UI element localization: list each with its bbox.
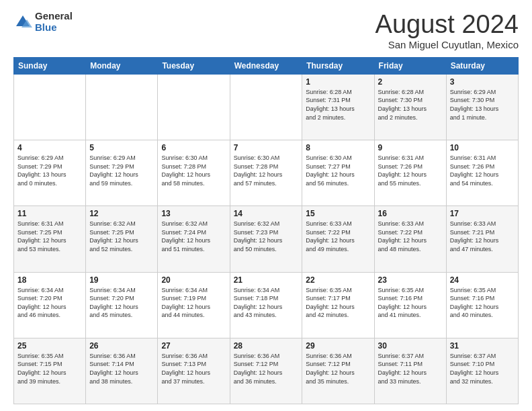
day-number: 20 <box>161 275 226 285</box>
day-cell: 15Sunrise: 6:33 AM Sunset: 7:22 PM Dayli… <box>302 206 374 272</box>
day-info: Sunrise: 6:29 AM Sunset: 7:30 PM Dayligh… <box>450 88 515 122</box>
day-info: Sunrise: 6:29 AM Sunset: 7:29 PM Dayligh… <box>17 154 82 187</box>
day-info: Sunrise: 6:33 AM Sunset: 7:22 PM Dayligh… <box>306 220 370 253</box>
day-info: Sunrise: 6:32 AM Sunset: 7:25 PM Dayligh… <box>89 220 154 253</box>
weekday-header-row: SundayMondayTuesdayWednesdayThursdayFrid… <box>14 57 519 74</box>
day-info: Sunrise: 6:36 AM Sunset: 7:12 PM Dayligh… <box>306 352 370 385</box>
day-number: 30 <box>378 341 443 351</box>
weekday-header-sunday: Sunday <box>14 57 86 74</box>
day-cell: 9Sunrise: 6:31 AM Sunset: 7:26 PM Daylig… <box>374 140 446 206</box>
day-info: Sunrise: 6:35 AM Sunset: 7:15 PM Dayligh… <box>17 352 82 385</box>
day-cell: 27Sunrise: 6:36 AM Sunset: 7:13 PM Dayli… <box>158 338 230 404</box>
day-cell: 26Sunrise: 6:36 AM Sunset: 7:14 PM Dayli… <box>86 338 158 404</box>
day-cell: 21Sunrise: 6:34 AM Sunset: 7:18 PM Dayli… <box>230 272 302 338</box>
day-number: 7 <box>234 143 299 152</box>
day-cell <box>230 74 302 140</box>
day-cell: 3Sunrise: 6:29 AM Sunset: 7:30 PM Daylig… <box>446 74 518 140</box>
day-cell: 5Sunrise: 6:29 AM Sunset: 7:29 PM Daylig… <box>86 140 158 206</box>
day-number: 24 <box>450 275 515 285</box>
day-info: Sunrise: 6:28 AM Sunset: 7:31 PM Dayligh… <box>306 88 370 122</box>
day-number: 15 <box>306 209 370 218</box>
weekday-header-tuesday: Tuesday <box>158 57 230 74</box>
day-number: 3 <box>450 77 515 87</box>
day-info: Sunrise: 6:33 AM Sunset: 7:21 PM Dayligh… <box>450 220 515 253</box>
day-cell: 12Sunrise: 6:32 AM Sunset: 7:25 PM Dayli… <box>86 206 158 272</box>
logo-icon <box>13 13 32 32</box>
day-number: 13 <box>161 209 226 218</box>
day-cell: 20Sunrise: 6:34 AM Sunset: 7:19 PM Dayli… <box>158 272 230 338</box>
day-number: 22 <box>306 275 370 285</box>
day-number: 12 <box>89 209 154 218</box>
day-info: Sunrise: 6:34 AM Sunset: 7:19 PM Dayligh… <box>161 286 226 320</box>
day-info: Sunrise: 6:35 AM Sunset: 7:16 PM Dayligh… <box>378 286 443 320</box>
week-row-3: 11Sunrise: 6:31 AM Sunset: 7:25 PM Dayli… <box>14 206 519 272</box>
day-cell: 28Sunrise: 6:36 AM Sunset: 7:12 PM Dayli… <box>230 338 302 404</box>
weekday-header-thursday: Thursday <box>302 57 374 74</box>
day-info: Sunrise: 6:32 AM Sunset: 7:24 PM Dayligh… <box>161 220 226 253</box>
day-cell: 31Sunrise: 6:37 AM Sunset: 7:10 PM Dayli… <box>446 338 518 404</box>
day-number: 8 <box>306 143 370 152</box>
day-number: 17 <box>450 209 515 218</box>
day-info: Sunrise: 6:34 AM Sunset: 7:18 PM Dayligh… <box>234 286 299 320</box>
day-number: 18 <box>17 275 82 285</box>
calendar-title: August 2024 <box>375 11 519 39</box>
day-number: 6 <box>161 143 226 152</box>
day-info: Sunrise: 6:30 AM Sunset: 7:27 PM Dayligh… <box>306 154 370 187</box>
weekday-header-saturday: Saturday <box>446 57 518 74</box>
day-cell: 22Sunrise: 6:35 AM Sunset: 7:17 PM Dayli… <box>302 272 374 338</box>
day-info: Sunrise: 6:32 AM Sunset: 7:23 PM Dayligh… <box>234 220 299 253</box>
logo: General Blue <box>13 11 73 33</box>
day-number: 25 <box>17 341 82 351</box>
day-number: 28 <box>234 341 299 351</box>
day-info: Sunrise: 6:36 AM Sunset: 7:14 PM Dayligh… <box>89 352 154 385</box>
day-number: 10 <box>450 143 515 152</box>
day-cell: 13Sunrise: 6:32 AM Sunset: 7:24 PM Dayli… <box>158 206 230 272</box>
week-row-1: 1Sunrise: 6:28 AM Sunset: 7:31 PM Daylig… <box>14 74 519 140</box>
day-cell: 24Sunrise: 6:35 AM Sunset: 7:16 PM Dayli… <box>446 272 518 338</box>
day-number: 9 <box>378 143 443 152</box>
day-cell: 2Sunrise: 6:28 AM Sunset: 7:30 PM Daylig… <box>374 74 446 140</box>
logo-general-text: General <box>35 11 73 22</box>
day-number: 11 <box>17 209 82 218</box>
day-number: 29 <box>306 341 370 351</box>
day-number: 27 <box>161 341 226 351</box>
day-number: 4 <box>17 143 82 152</box>
day-cell <box>158 74 230 140</box>
day-number: 26 <box>89 341 154 351</box>
calendar-table: SundayMondayTuesdayWednesdayThursdayFrid… <box>13 57 519 404</box>
page: General Blue August 2024 San Miguel Cuyu… <box>0 0 532 411</box>
day-cell: 17Sunrise: 6:33 AM Sunset: 7:21 PM Dayli… <box>446 206 518 272</box>
day-info: Sunrise: 6:31 AM Sunset: 7:25 PM Dayligh… <box>17 220 82 253</box>
day-info: Sunrise: 6:36 AM Sunset: 7:12 PM Dayligh… <box>234 352 299 385</box>
day-number: 31 <box>450 341 515 351</box>
day-info: Sunrise: 6:37 AM Sunset: 7:10 PM Dayligh… <box>450 352 515 385</box>
day-info: Sunrise: 6:34 AM Sunset: 7:20 PM Dayligh… <box>17 286 82 320</box>
header: General Blue August 2024 San Miguel Cuyu… <box>13 11 519 50</box>
day-number: 5 <box>89 143 154 152</box>
day-cell: 29Sunrise: 6:36 AM Sunset: 7:12 PM Dayli… <box>302 338 374 404</box>
day-info: Sunrise: 6:31 AM Sunset: 7:26 PM Dayligh… <box>378 154 443 187</box>
week-row-5: 25Sunrise: 6:35 AM Sunset: 7:15 PM Dayli… <box>14 338 519 404</box>
day-info: Sunrise: 6:31 AM Sunset: 7:26 PM Dayligh… <box>450 154 515 187</box>
day-number: 16 <box>378 209 443 218</box>
day-info: Sunrise: 6:35 AM Sunset: 7:17 PM Dayligh… <box>306 286 370 320</box>
day-info: Sunrise: 6:36 AM Sunset: 7:13 PM Dayligh… <box>161 352 226 385</box>
calendar-subtitle: San Miguel Cuyutlan, Mexico <box>375 39 519 50</box>
day-cell: 23Sunrise: 6:35 AM Sunset: 7:16 PM Dayli… <box>374 272 446 338</box>
day-info: Sunrise: 6:33 AM Sunset: 7:22 PM Dayligh… <box>378 220 443 253</box>
day-cell: 30Sunrise: 6:37 AM Sunset: 7:11 PM Dayli… <box>374 338 446 404</box>
day-cell: 14Sunrise: 6:32 AM Sunset: 7:23 PM Dayli… <box>230 206 302 272</box>
day-info: Sunrise: 6:34 AM Sunset: 7:20 PM Dayligh… <box>89 286 154 320</box>
title-block: August 2024 San Miguel Cuyutlan, Mexico <box>375 11 519 50</box>
day-cell: 8Sunrise: 6:30 AM Sunset: 7:27 PM Daylig… <box>302 140 374 206</box>
day-info: Sunrise: 6:30 AM Sunset: 7:28 PM Dayligh… <box>234 154 299 187</box>
day-cell: 7Sunrise: 6:30 AM Sunset: 7:28 PM Daylig… <box>230 140 302 206</box>
weekday-header-wednesday: Wednesday <box>230 57 302 74</box>
day-number: 2 <box>378 77 443 87</box>
day-info: Sunrise: 6:29 AM Sunset: 7:29 PM Dayligh… <box>89 154 154 187</box>
day-number: 23 <box>378 275 443 285</box>
weekday-header-friday: Friday <box>374 57 446 74</box>
week-row-4: 18Sunrise: 6:34 AM Sunset: 7:20 PM Dayli… <box>14 272 519 338</box>
weekday-header-monday: Monday <box>86 57 158 74</box>
day-number: 21 <box>234 275 299 285</box>
